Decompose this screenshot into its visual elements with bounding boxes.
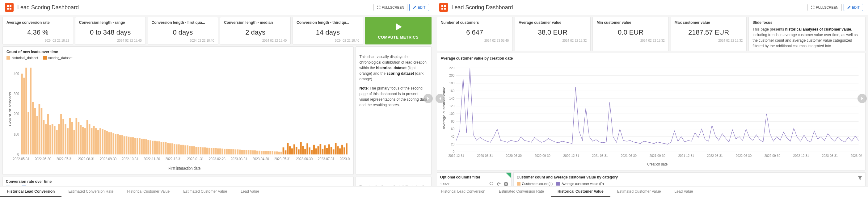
svg-rect-145 [317,146,319,154]
tab-historical-customer-value[interactable]: Historical Customer Value [120,187,176,197]
metrics-row: Number of customers 6 647 2024-02-23 08:… [434,15,868,53]
svg-rect-123 [269,151,271,154]
svg-text:2021-03-31: 2021-03-31 [592,154,608,158]
edit-button[interactable]: EDIT [844,4,863,11]
tab-historical-lead-conversion[interactable]: Historical Lead Conversion [0,187,61,197]
link-icon[interactable] [489,182,493,186]
svg-rect-69 [152,141,154,154]
page-title: Lead Scoring Dashboard [452,4,806,11]
svg-rect-177 [441,5,443,7]
svg-rect-153 [335,143,337,154]
svg-rect-2 [7,8,9,9]
svg-text:2020-06-30: 2020-06-30 [506,154,521,158]
svg-text:2020-09-30: 2020-09-30 [534,154,550,158]
svg-text:2022-12-31: 2022-12-31 [793,154,809,158]
svg-rect-110 [241,150,243,154]
tab-estimated-customer-value[interactable]: Estimated Customer Value [610,187,668,197]
clear-icon[interactable] [504,182,508,186]
svg-rect-90 [198,147,199,154]
next-slide-button[interactable] [424,94,433,103]
filter-input-row[interactable]: 1 filter [440,182,508,186]
chart-new-leads: Count of new leads over time historical_… [2,46,354,175]
edit-button[interactable]: EDIT [409,4,429,11]
svg-text:2022-08-31: 2022-08-31 [78,157,95,162]
svg-rect-155 [339,149,341,155]
refresh-icon[interactable] [496,182,501,186]
topbar: Lead Scoring Dashboard FULLSCREEN EDIT [0,0,434,15]
pencil-icon [847,6,851,9]
svg-rect-51 [113,133,114,155]
svg-rect-139 [304,149,306,154]
chart-area[interactable]: 0204060801001201401601802002202019-12-31… [441,62,862,167]
svg-rect-70 [154,141,156,154]
svg-text:2023-07-31: 2023-07-31 [318,157,335,162]
svg-text:2023-06-30: 2023-06-30 [296,157,313,162]
legend-item: historical_dataset [6,56,38,60]
svg-text:200: 200 [449,73,455,77]
tab-estimated-conversion-rate[interactable]: Estimated Conversion Rate [492,187,551,197]
svg-rect-23 [52,124,54,154]
tab-lead-value[interactable]: Lead Value [234,187,266,197]
svg-text:100: 100 [449,111,455,116]
svg-rect-113 [248,150,250,154]
svg-rect-21 [47,114,49,154]
svg-rect-45 [99,128,101,154]
metric-conversion-length-median: Conversion length - median 2 days 2024-0… [220,17,291,44]
svg-rect-34 [75,118,77,154]
dashboard-icon [5,3,13,12]
svg-rect-180 [444,8,446,9]
svg-rect-25 [56,130,58,155]
svg-text:Creation date: Creation date [647,162,668,167]
svg-text:100: 100 [13,132,19,137]
svg-rect-68 [150,140,151,154]
svg-rect-85 [187,145,188,154]
svg-rect-9 [21,74,23,155]
svg-text:120: 120 [449,104,455,108]
svg-rect-55 [121,135,123,154]
fullscreen-button[interactable]: FULLSCREEN [807,4,842,11]
svg-rect-88 [193,146,195,154]
tab-historical-customer-value[interactable]: Historical Customer Value [551,187,610,197]
svg-text:2023-01-31: 2023-01-31 [187,157,204,162]
svg-rect-17 [39,104,40,155]
svg-rect-32 [71,122,73,155]
svg-rect-14 [32,102,34,154]
svg-rect-84 [184,145,186,154]
next-slide-button[interactable] [858,94,867,103]
metric-conversion-length-q1: Conversion length - first qua... 0 days … [148,17,218,44]
svg-rect-142 [311,150,313,154]
metric-avg-customer-value: Average customer value 38.0 EUR 2024-02-… [515,17,591,51]
svg-rect-105 [230,149,232,154]
svg-rect-91 [200,147,202,155]
svg-rect-125 [274,151,276,154]
svg-rect-118 [258,151,260,154]
svg-rect-63 [139,138,141,154]
prev-slide-button[interactable] [436,94,445,103]
chart-area[interactable]: 01002003004002022-05-312022-06-302022-07… [6,61,350,171]
tab-historical-lead-conversion[interactable]: Historical Lead Conversion [434,187,492,197]
tab-estimated-customer-value[interactable]: Estimated Customer Value [176,187,234,197]
svg-rect-20 [45,124,47,154]
svg-text:2023-02-28: 2023-02-28 [209,157,225,162]
svg-rect-120 [263,151,265,154]
svg-rect-50 [110,132,112,154]
svg-text:2021-06-30: 2021-06-30 [621,154,636,158]
fullscreen-button[interactable]: FULLSCREEN [373,4,408,11]
svg-rect-56 [124,136,125,154]
corner-flag-icon [506,173,511,178]
svg-text:First interaction date: First interaction date [168,165,200,171]
svg-rect-61 [134,138,136,155]
legend-item: Customers count (L) [517,182,553,186]
tab-estimated-conversion-rate[interactable]: Estimated Conversion Rate [61,187,120,197]
svg-rect-179 [441,8,443,9]
chart-row-1: Average customer value by creation date … [434,53,868,172]
filter-icon[interactable] [858,176,862,180]
tab-lead-value[interactable]: Lead Value [668,187,700,197]
compute-metrics-button[interactable]: COMPUTE METRICS [365,17,432,44]
tabs: Historical Lead Conversion Estimated Con… [0,186,434,197]
svg-text:2022-09-30: 2022-09-30 [764,154,780,158]
play-icon [393,22,403,32]
pencil-icon [413,6,416,9]
svg-rect-35 [78,122,80,155]
svg-text:200: 200 [13,111,19,117]
